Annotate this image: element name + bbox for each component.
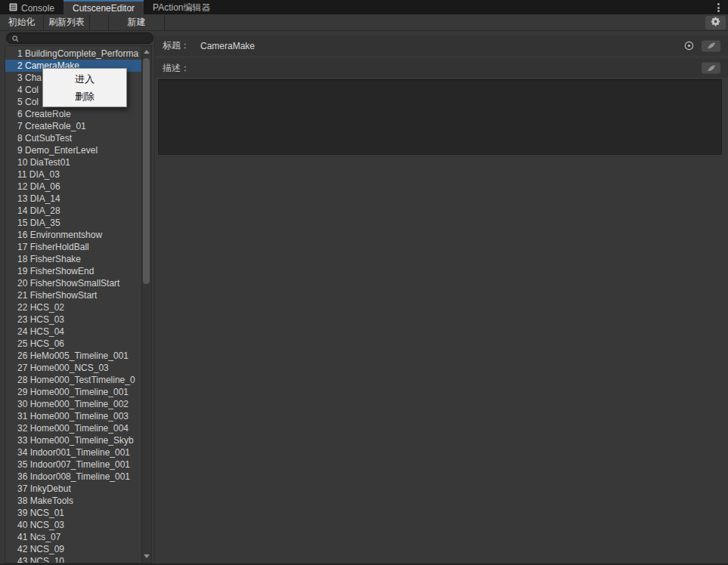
list-item[interactable]: 22 HCS_02 [5,301,141,313]
list-item[interactable]: 34 Indoor001_Timeline_001 [5,446,141,458]
object-picker-icon[interactable] [683,40,695,52]
scrollbar-down-arrow-icon[interactable] [144,554,150,558]
list-item[interactable]: 37 InkyDebut [5,483,141,495]
description-textarea[interactable] [158,79,722,155]
list-item[interactable]: 36 Indoor008_Timeline_001 [5,471,141,483]
context-menu-item[interactable]: 删除 [43,88,126,105]
title-value: CameraMake [200,41,255,51]
tab-cutsceneeditor[interactable]: CutsceneEditor [64,0,144,14]
list-item[interactable]: 24 HCS_04 [5,326,141,338]
list-item[interactable]: 26 HeMo005_Timeline_001 [5,350,141,362]
title-edit-button[interactable] [702,40,720,51]
list-item[interactable]: 21 FisherShowStart [5,289,141,301]
scrollbar-up-arrow-icon[interactable] [144,50,150,54]
list-item[interactable]: 33 Home000_Timeline_Skyb [5,434,141,446]
search-field[interactable] [6,32,153,44]
list-item[interactable]: 9 Demo_EnterLevel [5,144,141,156]
list-item[interactable]: 17 FisherHoldBall [5,241,141,253]
context-menu: 进入删除 [42,68,127,107]
title-label: 标题： [163,39,190,52]
toolbar-spacer [90,14,109,30]
description-row: 描述： [155,58,728,78]
list-item[interactable]: 42 NCS_09 [5,543,141,555]
list-item[interactable]: 23 HCS_03 [5,313,141,326]
edit-feather-icon [707,39,716,53]
kebab-menu-icon[interactable] [714,2,722,13]
tab-label: Console [21,3,54,14]
list-item[interactable]: 19 FisherShowEnd [5,265,141,277]
list-item[interactable]: 18 FisherShake [5,253,141,265]
toolbar-button-4[interactable]: 新建 [109,14,165,30]
gear-icon [711,16,720,29]
list-item[interactable]: 1 BuildingComplete_Performa [5,48,141,60]
list-item[interactable]: 28 Home000_TestTimeline_0 [5,374,141,386]
description-edit-button[interactable] [702,63,720,74]
list-item[interactable]: 43 NCS_10 [5,555,141,563]
list-item[interactable]: 39 NCS_01 [5,507,141,519]
search-input[interactable] [19,34,147,43]
description-label: 描述： [163,62,190,75]
console-icon [9,3,17,14]
list-item[interactable]: 12 DIA_06 [5,181,141,193]
list-item[interactable]: 31 Home000_Timeline_003 [5,410,141,422]
list-item[interactable]: 14 DIA_28 [5,205,141,217]
scrollbar-thumb[interactable] [143,58,150,284]
list-item[interactable]: 13 DIA_14 [5,193,141,205]
list-item[interactable]: 25 HCS_06 [5,338,141,350]
list-item[interactable]: 30 Home000_Timeline_002 [5,398,141,410]
tab-paction-[interactable]: PAction编辑器 [144,0,219,14]
list-item[interactable]: 27 Home000_NCS_03 [5,362,141,374]
tab-console[interactable]: Console [0,0,64,14]
tab-label: CutsceneEditor [73,3,135,14]
list-item[interactable]: 20 FisherShowSmallStart [5,277,141,289]
list-item[interactable]: 8 CutSubTest [5,132,141,144]
list-item[interactable]: 41 Ncs_07 [5,531,141,543]
tab-bar: ConsoleCutsceneEditorPAction编辑器 [0,0,728,14]
cutscene-editor-window: ConsoleCutsceneEditorPAction编辑器 初始化刷新列表新… [0,0,728,565]
list-item[interactable]: 29 Home000_Timeline_001 [5,386,141,398]
list-item[interactable]: 10 DiaTest01 [5,156,141,168]
list-item[interactable]: 7 CreateRole_01 [5,120,141,132]
context-menu-item[interactable]: 进入 [43,70,126,88]
toolbar: 初始化刷新列表新建 [0,14,728,31]
list-item[interactable]: 32 Home000_Timeline_004 [5,422,141,434]
list-item[interactable]: 6 CreateRole [5,108,141,120]
list-rows: 1 BuildingComplete_Performa2 CameraMake3… [5,48,141,563]
settings-gear-button[interactable] [705,16,726,29]
list-item[interactable]: 35 Indoor007_Timeline_001 [5,458,141,471]
list-scrollbar[interactable] [141,46,151,563]
list-item[interactable]: 11 DIA_03 [5,168,141,181]
panel-divider [154,31,155,565]
edit-feather-icon [707,61,716,75]
list-item[interactable]: 16 Environmentshow [5,229,141,241]
toolbar-button-2[interactable]: 刷新列表 [44,14,90,30]
search-icon [12,32,19,45]
toolbar-button-1[interactable]: 初始化 [0,14,44,30]
list-item[interactable]: 15 DIA_35 [5,217,141,229]
tab-label: PAction编辑器 [153,2,210,14]
list-item[interactable]: 40 NCS_03 [5,519,141,531]
cutscene-list: 1 BuildingComplete_Performa2 CameraMake3… [5,45,152,563]
title-row: 标题： CameraMake [155,36,728,56]
list-item[interactable]: 38 MakeTools [5,495,141,507]
